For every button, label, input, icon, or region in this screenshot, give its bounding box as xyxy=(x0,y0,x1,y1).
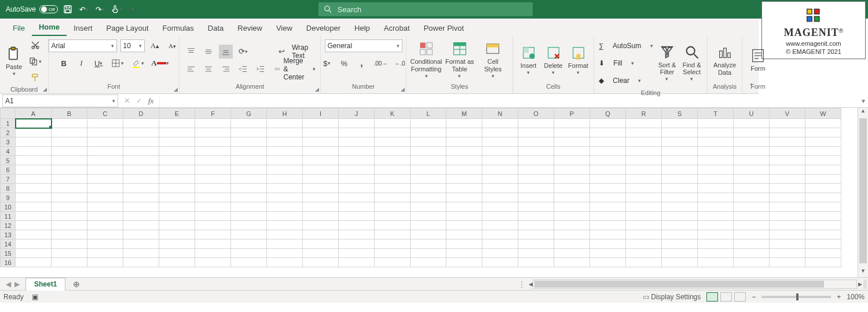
row-header[interactable]: 13 xyxy=(1,230,16,240)
cell-P3[interactable] xyxy=(554,137,590,147)
cell-A2[interactable] xyxy=(16,128,52,137)
cell-W15[interactable] xyxy=(805,249,841,258)
cell-W1[interactable] xyxy=(805,119,841,128)
column-header[interactable]: L xyxy=(411,108,446,119)
cell-W8[interactable] xyxy=(805,184,841,193)
cell-M11[interactable] xyxy=(446,212,482,221)
cell-R11[interactable] xyxy=(626,212,662,221)
cell-R2[interactable] xyxy=(626,128,662,137)
cell-M10[interactable] xyxy=(446,202,482,212)
cell-D2[interactable] xyxy=(123,128,159,137)
cell-I15[interactable] xyxy=(303,249,339,258)
column-header[interactable]: H xyxy=(267,108,303,119)
cell-N13[interactable] xyxy=(482,230,518,240)
cell-J5[interactable] xyxy=(339,156,375,165)
expand-formula-bar-button[interactable]: ▾ xyxy=(859,97,868,105)
cell-E11[interactable] xyxy=(159,212,195,221)
cell-P7[interactable] xyxy=(554,175,590,184)
cell-J11[interactable] xyxy=(339,212,375,221)
name-box[interactable]: A1▾ xyxy=(2,95,118,107)
cell-V16[interactable] xyxy=(770,258,805,267)
cell-E1[interactable] xyxy=(159,119,195,128)
cell-U9[interactable] xyxy=(734,193,770,202)
formula-input[interactable] xyxy=(159,95,859,107)
cell-I12[interactable] xyxy=(303,221,339,230)
row-header[interactable]: 10 xyxy=(1,202,16,212)
row-header[interactable]: 5 xyxy=(1,156,16,165)
cell-S16[interactable] xyxy=(662,258,698,267)
cell-N10[interactable] xyxy=(482,202,518,212)
cell-B15[interactable] xyxy=(52,249,87,258)
column-header[interactable]: M xyxy=(446,108,482,119)
normal-view-button[interactable] xyxy=(706,292,718,302)
cell-H9[interactable] xyxy=(267,193,303,202)
cell-H13[interactable] xyxy=(267,230,303,240)
cell-G15[interactable] xyxy=(231,249,267,258)
tab-power-pivot[interactable]: Power Pivot xyxy=(417,20,471,36)
macro-record-icon[interactable]: ▣ xyxy=(32,293,38,301)
cell-U14[interactable] xyxy=(734,240,770,249)
cell-P10[interactable] xyxy=(554,202,590,212)
cell-T3[interactable] xyxy=(698,137,734,147)
cell-N9[interactable] xyxy=(482,193,518,202)
search-box[interactable] xyxy=(318,2,533,16)
cell-R8[interactable] xyxy=(626,184,662,193)
column-header[interactable]: V xyxy=(770,108,805,119)
cell-H8[interactable] xyxy=(267,184,303,193)
analyze-data-button[interactable]: Analyze Data xyxy=(712,44,737,75)
cell-R4[interactable] xyxy=(626,147,662,156)
cell-W2[interactable] xyxy=(805,128,841,137)
cell-J16[interactable] xyxy=(339,258,375,267)
cell-B16[interactable] xyxy=(52,258,87,267)
cell-E8[interactable] xyxy=(159,184,195,193)
cell-D10[interactable] xyxy=(123,202,159,212)
cell-E13[interactable] xyxy=(159,230,195,240)
collapse-ribbon-button[interactable]: ⌃ xyxy=(749,82,754,90)
cell-E7[interactable] xyxy=(159,175,195,184)
cell-Q6[interactable] xyxy=(590,165,626,175)
cell-B3[interactable] xyxy=(52,137,87,147)
cell-I1[interactable] xyxy=(303,119,339,128)
cell-S4[interactable] xyxy=(662,147,698,156)
cell-K1[interactable] xyxy=(375,119,411,128)
cell-P4[interactable] xyxy=(554,147,590,156)
cell-U8[interactable] xyxy=(734,184,770,193)
fx-icon[interactable]: fx xyxy=(148,96,153,106)
cell-I6[interactable] xyxy=(303,165,339,175)
cell-K12[interactable] xyxy=(375,221,411,230)
cell-D13[interactable] xyxy=(123,230,159,240)
cell-J3[interactable] xyxy=(339,137,375,147)
cell-R14[interactable] xyxy=(626,240,662,249)
cell-S10[interactable] xyxy=(662,202,698,212)
cell-V10[interactable] xyxy=(770,202,805,212)
cell-F9[interactable] xyxy=(195,193,231,202)
cell-L16[interactable] xyxy=(411,258,446,267)
zoom-out-button[interactable]: − xyxy=(752,293,756,301)
undo-icon[interactable]: ↶▾ xyxy=(78,3,90,16)
column-header[interactable]: F xyxy=(195,108,231,119)
cell-E9[interactable] xyxy=(159,193,195,202)
cell-O13[interactable] xyxy=(518,230,554,240)
cell-N2[interactable] xyxy=(482,128,518,137)
cell-H14[interactable] xyxy=(267,240,303,249)
cell-B9[interactable] xyxy=(52,193,87,202)
cell-I5[interactable] xyxy=(303,156,339,165)
cell-J9[interactable] xyxy=(339,193,375,202)
cell-O7[interactable] xyxy=(518,175,554,184)
cell-R7[interactable] xyxy=(626,175,662,184)
decrease-decimal-button[interactable]: ←.0 xyxy=(393,56,406,70)
cell-H12[interactable] xyxy=(267,221,303,230)
tab-scroll-split-icon[interactable]: ⋮ xyxy=(518,280,525,288)
accept-formula-button[interactable]: ✓ xyxy=(136,96,142,105)
cell-W5[interactable] xyxy=(805,156,841,165)
align-left-button[interactable] xyxy=(184,62,198,76)
cell-O9[interactable] xyxy=(518,193,554,202)
cell-G8[interactable] xyxy=(231,184,267,193)
copy-button[interactable]: ▾ xyxy=(27,55,43,68)
cell-H2[interactable] xyxy=(267,128,303,137)
cell-T6[interactable] xyxy=(698,165,734,175)
cell-C4[interactable] xyxy=(87,147,123,156)
cell-E15[interactable] xyxy=(159,249,195,258)
font-color-button[interactable]: A▾ xyxy=(149,56,170,70)
cell-I7[interactable] xyxy=(303,175,339,184)
